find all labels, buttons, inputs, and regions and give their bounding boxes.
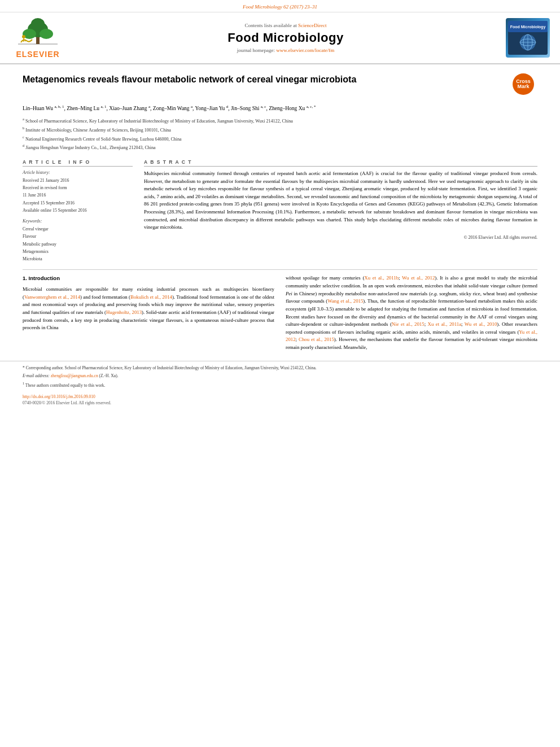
ref-xu2011b[interactable]: Xu et al., 2011b	[364, 275, 399, 281]
keywords-list: Cereal vinegar Flavour Metabolic pathway…	[23, 225, 133, 263]
svg-text:Food Microbiology: Food Microbiology	[510, 25, 546, 29]
introduction-section: 1. Introduction Microbial communities ar…	[23, 274, 537, 355]
article-title-section: Metagenomics reveals flavour metabolic n…	[23, 73, 537, 98]
journal-reference-bar: Food Microbiology 62 (2017) 23–31	[0, 0, 560, 12]
abstract-column: A B S T R A C T Multispecies microbial c…	[144, 159, 537, 263]
affiliation-a: a School of Pharmaceutical Science, Key …	[23, 116, 537, 125]
journal-reference-link[interactable]: Food Microbiology 62 (2017) 23–31	[243, 4, 317, 10]
intro-col-right: without spoilage for many centuries (Xu …	[286, 274, 537, 355]
ref-vanwonterghem[interactable]: Vanwonterghem et al., 2014	[24, 294, 80, 300]
email-link[interactable]: zhenglixu@jiangnan.edu.cn	[51, 373, 98, 378]
elsevier-logo: ELSEVIER	[7, 17, 69, 59]
intro-col-left: 1. Introduction Microbial communities ar…	[23, 274, 274, 355]
journal-header: ELSEVIER Contents lists available at Sci…	[0, 12, 560, 64]
homepage-label: journal homepage:	[237, 47, 275, 53]
journal-header-center: Contents lists available at ScienceDirec…	[75, 23, 497, 53]
ref-bokulich[interactable]: Bokulich et al., 2014	[130, 294, 172, 300]
contents-label: Contents lists available at	[245, 23, 297, 28]
ref-wu2012[interactable]: Wu et al., 2012	[402, 275, 435, 281]
authors-line: Lin–Huan Wu a, b, 1, Zhen–Ming Lu a, 1, …	[23, 104, 537, 113]
intro-para-2: without spoilage for many centuries (Xu …	[286, 274, 537, 351]
article-info-heading: A R T I C L E I N F O	[23, 159, 133, 167]
svg-point-6	[31, 18, 45, 29]
intro-heading: 1. Introduction	[23, 274, 274, 283]
footnote-email: E-mail address: zhenglixu@jiangnan.edu.c…	[23, 373, 537, 379]
keywords-label: Keywords:	[23, 219, 133, 224]
doi-link[interactable]: http://dx.doi.org/10.1016/j.fm.2016.09.0…	[23, 394, 537, 399]
article-info-column: A R T I C L E I N F O Article history: R…	[23, 159, 133, 263]
footnotes-section: * Corresponding author. School of Pharma…	[0, 361, 560, 392]
info-abstract-section: A R T I C L E I N F O Article history: R…	[23, 159, 537, 263]
article-content: Metagenomics reveals flavour metabolic n…	[0, 64, 560, 361]
svg-point-7	[22, 35, 25, 38]
keyword-3: Metabolic pathway	[23, 241, 133, 248]
accepted-date: Accepted 15 September 2016	[23, 199, 133, 207]
keyword-4: Metagenomics	[23, 248, 133, 255]
svg-point-5	[40, 29, 53, 39]
revised-date: 11 June 2016	[23, 191, 133, 199]
ref-chou2015[interactable]: Chou et al., 2015	[299, 337, 334, 342]
abstract-text: Multispecies microbial community formed …	[144, 170, 537, 231]
keyword-5: Microbiota	[23, 255, 133, 263]
page: Food Microbiology 62 (2017) 23–31	[0, 0, 560, 747]
affiliation-d: d Jiangsu Hengshun Vinegar Industry Co.,…	[23, 143, 537, 151]
article-title: Metagenomics reveals flavour metabolic n…	[23, 73, 505, 86]
crossmark-logo: CrossMark	[513, 73, 537, 98]
affiliations: a School of Pharmaceutical Science, Key …	[23, 116, 537, 151]
ref-hugenholtz[interactable]: Hugenholtz, 2013	[106, 309, 142, 315]
history-label: Article history:	[23, 170, 133, 175]
ref-xu2011a[interactable]: Xu et al., 2011a	[428, 321, 461, 327]
footnote-corresponding: * Corresponding author. School of Pharma…	[23, 365, 537, 372]
ref-wu2010[interactable]: Wu et al., 2010	[465, 321, 497, 327]
copyright-line: © 2016 Elsevier Ltd. All rights reserved…	[144, 235, 537, 240]
ref-wang2015[interactable]: Wang et al., 2015	[327, 298, 363, 304]
footnote-equal-contribution: 1 These authors contributed equally to t…	[23, 381, 537, 389]
journal-logo-area: Food Microbiology	[502, 18, 553, 58]
journal-title: Food Microbiology	[75, 30, 497, 45]
elsevier-brand-text: ELSEVIER	[16, 50, 59, 59]
doi-footer: http://dx.doi.org/10.1016/j.fm.2016.09.0…	[0, 392, 560, 409]
ref-nie2015[interactable]: Nie et al., 2015	[392, 321, 425, 327]
sciencedirect-link[interactable]: ScienceDirect	[298, 23, 326, 28]
affiliation-b: b Institute of Microbiology, Chinese Aca…	[23, 125, 537, 134]
received-date: Received 21 January 2016	[23, 177, 133, 184]
crossmark-icon: CrossMark	[513, 73, 534, 95]
keyword-2: Flavour	[23, 233, 133, 240]
keyword-1: Cereal vinegar	[23, 225, 133, 233]
journal-logo-image: Food Microbiology	[506, 18, 550, 58]
available-date: Available online 15 September 2016	[23, 207, 133, 214]
article-dates: Received 21 January 2016 Received in rev…	[23, 177, 133, 214]
intro-para-1: Microbial communities are responsible fo…	[23, 286, 274, 332]
affiliation-c: c National Engineering Research Centre o…	[23, 134, 537, 143]
sciencedirect-line: Contents lists available at ScienceDirec…	[75, 23, 497, 28]
section-divider	[23, 269, 537, 270]
abstract-heading: A B S T R A C T	[144, 159, 537, 167]
revised-label: Received in revised form	[23, 184, 133, 191]
abstract-paragraph: Multispecies microbial community formed …	[144, 170, 537, 231]
issn-line: 0740-0020/© 2016 Elsevier Ltd. All right…	[23, 400, 111, 405]
journal-homepage: journal homepage: www.elsevier.com/locat…	[75, 47, 497, 53]
homepage-url[interactable]: www.elsevier.com/locate/fm	[276, 47, 334, 53]
journal-logo-icon: Food Microbiology	[508, 21, 548, 55]
elsevier-tree-icon	[12, 17, 63, 48]
